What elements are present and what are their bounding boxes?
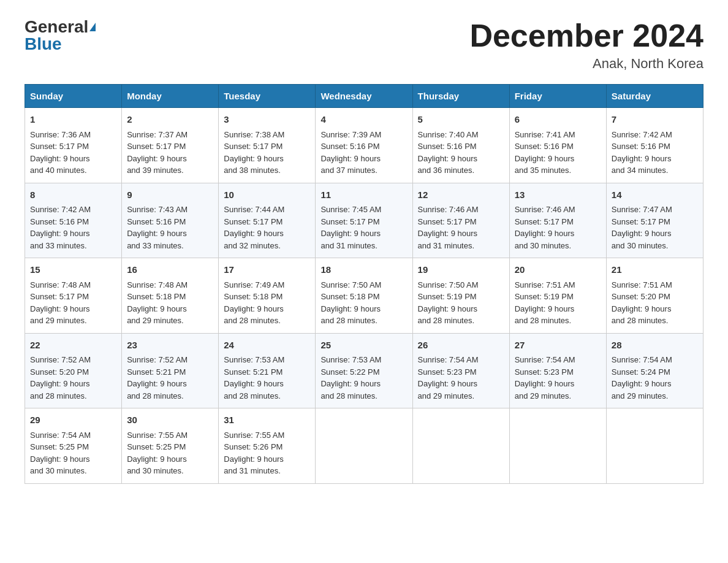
- sunset-text: Sunset: 5:20 PM: [612, 292, 670, 301]
- daylight-line1: Daylight: 9 hours: [612, 229, 672, 238]
- calendar-day-cell: 25Sunrise: 7:53 AMSunset: 5:22 PMDayligh…: [316, 333, 412, 408]
- sunrise-text: Sunrise: 7:54 AM: [612, 355, 672, 364]
- calendar-day-cell: 23Sunrise: 7:52 AMSunset: 5:21 PMDayligh…: [122, 333, 219, 408]
- empty-cell: [606, 408, 703, 484]
- sunset-text: Sunset: 5:23 PM: [418, 367, 477, 377]
- day-number: 4: [320, 113, 407, 127]
- daylight-line1: Daylight: 9 hours: [127, 379, 187, 388]
- day-number: 17: [224, 263, 310, 277]
- day-of-week-header: Thursday: [412, 85, 509, 108]
- sunset-text: Sunset: 5:17 PM: [30, 142, 89, 151]
- sunset-text: Sunset: 5:16 PM: [515, 142, 574, 151]
- daylight-line2: and 33 minutes.: [30, 241, 87, 250]
- daylight-line1: Daylight: 9 hours: [515, 379, 575, 388]
- daylight-line2: and 28 minutes.: [127, 391, 184, 400]
- sunrise-text: Sunrise: 7:38 AM: [224, 130, 284, 139]
- sunrise-text: Sunrise: 7:50 AM: [418, 280, 479, 289]
- day-number: 9: [127, 188, 213, 202]
- day-number: 3: [224, 113, 310, 127]
- calendar-day-cell: 2Sunrise: 7:37 AMSunset: 5:17 PMDaylight…: [122, 108, 219, 183]
- sunrise-text: Sunrise: 7:44 AM: [224, 205, 284, 214]
- calendar-day-cell: 15Sunrise: 7:48 AMSunset: 5:17 PMDayligh…: [25, 258, 122, 334]
- calendar-day-cell: 28Sunrise: 7:54 AMSunset: 5:24 PMDayligh…: [606, 333, 703, 408]
- day-number: 19: [418, 263, 504, 277]
- calendar-day-cell: 12Sunrise: 7:46 AMSunset: 5:17 PMDayligh…: [412, 183, 509, 258]
- daylight-line2: and 28 minutes.: [224, 391, 281, 400]
- logo-triangle-icon: [89, 23, 96, 31]
- day-number: 21: [612, 263, 698, 277]
- calendar-day-cell: 6Sunrise: 7:41 AMSunset: 5:16 PMDaylight…: [509, 108, 606, 183]
- month-title: December 2024: [469, 18, 703, 53]
- calendar-day-cell: 3Sunrise: 7:38 AMSunset: 5:17 PMDaylight…: [219, 108, 316, 183]
- daylight-line1: Daylight: 9 hours: [224, 229, 284, 238]
- day-number: 2: [127, 113, 213, 127]
- day-number: 25: [320, 339, 407, 353]
- day-of-week-header: Monday: [122, 85, 219, 108]
- daylight-line1: Daylight: 9 hours: [224, 454, 284, 464]
- daylight-line1: Daylight: 9 hours: [30, 154, 90, 163]
- daylight-line1: Daylight: 9 hours: [320, 379, 381, 388]
- day-of-week-header: Sunday: [25, 85, 122, 108]
- daylight-line2: and 39 minutes.: [127, 166, 184, 175]
- daylight-line1: Daylight: 9 hours: [30, 304, 90, 313]
- sunset-text: Sunset: 5:21 PM: [224, 367, 282, 377]
- daylight-line2: and 40 minutes.: [30, 166, 87, 175]
- daylight-line2: and 29 minutes.: [515, 391, 572, 400]
- sunset-text: Sunset: 5:17 PM: [320, 217, 379, 226]
- day-number: 26: [418, 339, 504, 353]
- calendar-week-row: 15Sunrise: 7:48 AMSunset: 5:17 PMDayligh…: [25, 258, 703, 334]
- calendar-table: SundayMondayTuesdayWednesdayThursdayFrid…: [25, 84, 703, 484]
- sunrise-text: Sunrise: 7:52 AM: [30, 355, 91, 364]
- logo: General Blue: [25, 18, 96, 53]
- day-of-week-header: Saturday: [606, 85, 703, 108]
- daylight-line1: Daylight: 9 hours: [224, 379, 284, 388]
- calendar-day-cell: 26Sunrise: 7:54 AMSunset: 5:23 PMDayligh…: [412, 333, 509, 408]
- sunrise-text: Sunrise: 7:51 AM: [612, 280, 672, 289]
- sunrise-text: Sunrise: 7:48 AM: [127, 280, 188, 289]
- day-number: 23: [127, 339, 213, 353]
- daylight-line2: and 28 minutes.: [30, 391, 87, 400]
- calendar-header-row: SundayMondayTuesdayWednesdayThursdayFrid…: [25, 85, 703, 108]
- sunset-text: Sunset: 5:24 PM: [612, 367, 670, 377]
- daylight-line1: Daylight: 9 hours: [418, 304, 478, 313]
- calendar-day-cell: 8Sunrise: 7:42 AMSunset: 5:16 PMDaylight…: [25, 183, 122, 258]
- day-number: 30: [127, 413, 213, 427]
- sunset-text: Sunset: 5:19 PM: [418, 292, 477, 301]
- daylight-line1: Daylight: 9 hours: [320, 229, 381, 238]
- daylight-line1: Daylight: 9 hours: [30, 454, 90, 464]
- day-number: 8: [30, 188, 116, 202]
- daylight-line1: Daylight: 9 hours: [418, 379, 478, 388]
- daylight-line1: Daylight: 9 hours: [320, 304, 381, 313]
- sunrise-text: Sunrise: 7:54 AM: [515, 355, 575, 364]
- sunrise-text: Sunrise: 7:40 AM: [418, 130, 479, 139]
- daylight-line2: and 28 minutes.: [515, 316, 572, 325]
- calendar-day-cell: 14Sunrise: 7:47 AMSunset: 5:17 PMDayligh…: [606, 183, 703, 258]
- day-number: 31: [224, 413, 310, 427]
- sunset-text: Sunset: 5:17 PM: [612, 217, 670, 226]
- daylight-line1: Daylight: 9 hours: [418, 229, 478, 238]
- daylight-line2: and 36 minutes.: [418, 166, 475, 175]
- sunset-text: Sunset: 5:18 PM: [127, 292, 186, 301]
- daylight-line2: and 29 minutes.: [418, 391, 475, 400]
- daylight-line1: Daylight: 9 hours: [30, 379, 90, 388]
- day-number: 22: [30, 339, 116, 353]
- day-number: 6: [515, 113, 601, 127]
- daylight-line2: and 32 minutes.: [224, 241, 281, 250]
- daylight-line2: and 30 minutes.: [30, 466, 87, 475]
- sunrise-text: Sunrise: 7:39 AM: [320, 130, 381, 139]
- daylight-line1: Daylight: 9 hours: [612, 379, 672, 388]
- day-number: 29: [30, 413, 116, 427]
- calendar-day-cell: 22Sunrise: 7:52 AMSunset: 5:20 PMDayligh…: [25, 333, 122, 408]
- calendar-day-cell: 21Sunrise: 7:51 AMSunset: 5:20 PMDayligh…: [606, 258, 703, 334]
- sunset-text: Sunset: 5:20 PM: [30, 367, 89, 377]
- day-of-week-header: Friday: [509, 85, 606, 108]
- day-number: 7: [612, 113, 698, 127]
- calendar-day-cell: 19Sunrise: 7:50 AMSunset: 5:19 PMDayligh…: [412, 258, 509, 334]
- sunrise-text: Sunrise: 7:53 AM: [224, 355, 284, 364]
- sunset-text: Sunset: 5:21 PM: [127, 367, 186, 377]
- sunset-text: Sunset: 5:19 PM: [515, 292, 574, 301]
- sunrise-text: Sunrise: 7:36 AM: [30, 130, 91, 139]
- sunset-text: Sunset: 5:16 PM: [612, 142, 670, 151]
- page-header: General Blue December 2024 Anak, North K…: [25, 18, 703, 72]
- daylight-line1: Daylight: 9 hours: [30, 229, 90, 238]
